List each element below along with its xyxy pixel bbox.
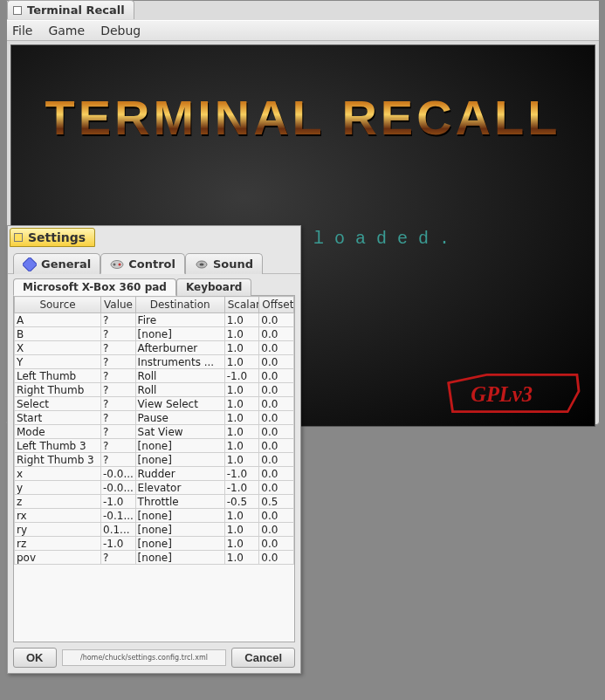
- cell-destination[interactable]: [none]: [135, 509, 224, 523]
- cell-scalar[interactable]: 1.0: [224, 551, 259, 565]
- cell-source[interactable]: Mode: [15, 425, 101, 439]
- cell-source[interactable]: X: [15, 341, 101, 355]
- menu-game[interactable]: Game: [48, 24, 85, 38]
- cell-value[interactable]: ?: [101, 383, 136, 397]
- cell-value[interactable]: ?: [101, 313, 136, 327]
- cell-scalar[interactable]: 1.0: [224, 509, 259, 523]
- cell-destination[interactable]: Pause: [135, 411, 224, 425]
- cell-destination[interactable]: Elevator: [135, 481, 224, 495]
- cancel-button[interactable]: Cancel: [231, 648, 295, 668]
- cell-destination[interactable]: Sat View: [135, 425, 224, 439]
- cell-value[interactable]: ?: [101, 369, 136, 383]
- cell-source[interactable]: rx: [15, 509, 101, 523]
- cell-value[interactable]: ?: [101, 411, 136, 425]
- cell-destination[interactable]: View Select: [135, 397, 224, 411]
- cell-destination[interactable]: [none]: [135, 523, 224, 537]
- cell-scalar[interactable]: 1.0: [224, 383, 259, 397]
- cell-value[interactable]: ?: [101, 341, 136, 355]
- cell-scalar[interactable]: -1.0: [224, 481, 259, 495]
- table-row[interactable]: Mode?Sat View1.00.0: [15, 425, 294, 439]
- cell-value[interactable]: -1.0: [101, 495, 136, 509]
- cell-destination[interactable]: Fire: [135, 313, 224, 327]
- cell-destination[interactable]: Roll: [135, 383, 224, 397]
- cell-offset[interactable]: 0.5: [259, 495, 294, 509]
- cell-destination[interactable]: [none]: [135, 551, 224, 565]
- col-scalar[interactable]: Scalar: [224, 297, 259, 313]
- tab-keyboard[interactable]: Keyboard: [176, 278, 252, 296]
- cell-value[interactable]: 0.1...: [101, 523, 136, 537]
- cell-value[interactable]: -0.0...: [101, 467, 136, 481]
- cell-value[interactable]: -1.0: [101, 537, 136, 551]
- cell-offset[interactable]: 0.0: [259, 341, 294, 355]
- cell-destination[interactable]: Rudder: [135, 467, 224, 481]
- cell-scalar[interactable]: -1.0: [224, 467, 259, 481]
- cell-source[interactable]: Start: [15, 411, 101, 425]
- table-row[interactable]: ry0.1...[none]1.00.0: [15, 523, 294, 537]
- table-row[interactable]: Start?Pause1.00.0: [15, 411, 294, 425]
- cell-scalar[interactable]: -0.5: [224, 495, 259, 509]
- cell-scalar[interactable]: 1.0: [224, 355, 259, 369]
- menu-debug[interactable]: Debug: [100, 24, 141, 38]
- cell-destination[interactable]: Instruments ...: [135, 355, 224, 369]
- cell-source[interactable]: Right Thumb 3: [15, 453, 101, 467]
- table-row[interactable]: Left Thumb 3?[none]1.00.0: [15, 439, 294, 453]
- cell-source[interactable]: Y: [15, 355, 101, 369]
- cell-offset[interactable]: 0.0: [259, 453, 294, 467]
- cell-destination[interactable]: [none]: [135, 537, 224, 551]
- cell-source[interactable]: Left Thumb: [15, 369, 101, 383]
- cell-scalar[interactable]: 1.0: [224, 397, 259, 411]
- cell-value[interactable]: ?: [101, 355, 136, 369]
- cell-scalar[interactable]: 1.0: [224, 439, 259, 453]
- col-value[interactable]: Value: [101, 297, 136, 313]
- tab-general[interactable]: General: [13, 253, 100, 274]
- cell-offset[interactable]: 0.0: [259, 439, 294, 453]
- cell-value[interactable]: ?: [101, 453, 136, 467]
- tab-sound[interactable]: Sound: [185, 253, 263, 274]
- cell-source[interactable]: z: [15, 495, 101, 509]
- cell-value[interactable]: ?: [101, 551, 136, 565]
- cell-value[interactable]: ?: [101, 327, 136, 341]
- table-row[interactable]: y-0.0...Elevator-1.00.0: [15, 481, 294, 495]
- cell-offset[interactable]: 0.0: [259, 425, 294, 439]
- cell-destination[interactable]: Throttle: [135, 495, 224, 509]
- cell-offset[interactable]: 0.0: [259, 523, 294, 537]
- cell-scalar[interactable]: 1.0: [224, 453, 259, 467]
- cell-offset[interactable]: 0.0: [259, 369, 294, 383]
- cell-offset[interactable]: 0.0: [259, 551, 294, 565]
- cell-value[interactable]: -0.1...: [101, 509, 136, 523]
- cell-destination[interactable]: Afterburner: [135, 341, 224, 355]
- cell-scalar[interactable]: 1.0: [224, 341, 259, 355]
- table-row[interactable]: Y?Instruments ...1.00.0: [15, 355, 294, 369]
- table-row[interactable]: Left Thumb?Roll-1.00.0: [15, 369, 294, 383]
- cell-source[interactable]: ry: [15, 523, 101, 537]
- cell-offset[interactable]: 0.0: [259, 537, 294, 551]
- cell-destination[interactable]: [none]: [135, 453, 224, 467]
- table-row[interactable]: X?Afterburner1.00.0: [15, 341, 294, 355]
- cell-offset[interactable]: 0.0: [259, 481, 294, 495]
- cell-offset[interactable]: 0.0: [259, 383, 294, 397]
- cell-source[interactable]: rz: [15, 537, 101, 551]
- cell-source[interactable]: Select: [15, 397, 101, 411]
- cell-offset[interactable]: 0.0: [259, 327, 294, 341]
- cell-scalar[interactable]: 1.0: [224, 411, 259, 425]
- table-row[interactable]: A?Fire1.00.0: [15, 313, 294, 327]
- col-offset[interactable]: Offset: [259, 297, 294, 313]
- cell-value[interactable]: -0.0...: [101, 481, 136, 495]
- cell-source[interactable]: Right Thumb: [15, 383, 101, 397]
- cell-source[interactable]: Left Thumb 3: [15, 439, 101, 453]
- cell-source[interactable]: B: [15, 327, 101, 341]
- cell-scalar[interactable]: 1.0: [224, 313, 259, 327]
- cell-scalar[interactable]: 1.0: [224, 523, 259, 537]
- cell-scalar[interactable]: 1.0: [224, 537, 259, 551]
- cell-scalar[interactable]: -1.0: [224, 369, 259, 383]
- cell-source[interactable]: y: [15, 481, 101, 495]
- ok-button[interactable]: OK: [13, 648, 57, 668]
- cell-destination[interactable]: [none]: [135, 439, 224, 453]
- cell-offset[interactable]: 0.0: [259, 355, 294, 369]
- cell-destination[interactable]: [none]: [135, 327, 224, 341]
- table-row[interactable]: pov?[none]1.00.0: [15, 551, 294, 565]
- table-row[interactable]: z-1.0Throttle-0.50.5: [15, 495, 294, 509]
- table-row[interactable]: Right Thumb 3?[none]1.00.0: [15, 453, 294, 467]
- menu-file[interactable]: File: [12, 24, 32, 38]
- col-destination[interactable]: Destination: [135, 297, 224, 313]
